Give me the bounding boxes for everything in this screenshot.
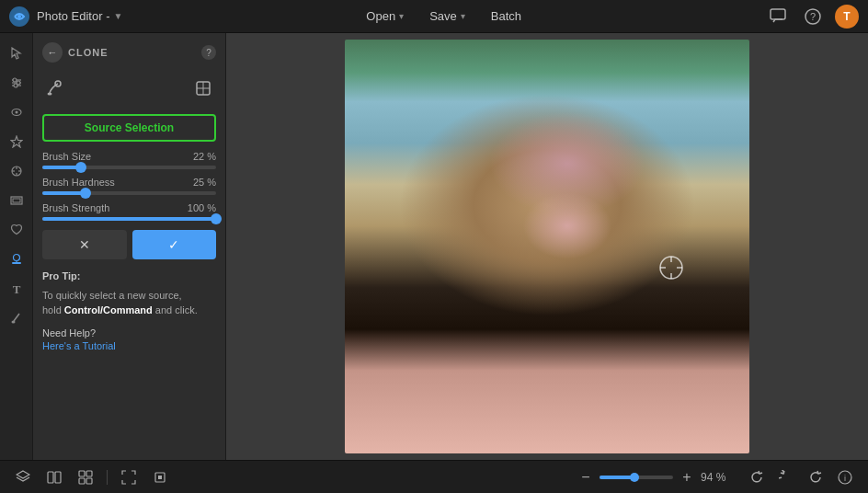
save-button[interactable]: Save ▾	[418, 6, 476, 27]
eye-tool-button[interactable]	[4, 99, 29, 125]
pro-tip-section: Pro Tip: To quickly select a new source,…	[42, 269, 216, 318]
brush-size-track[interactable]	[42, 166, 216, 169]
canvas-area[interactable]	[226, 33, 868, 460]
left-icon-bar: T	[0, 33, 33, 460]
brush-hardness-track[interactable]	[42, 191, 216, 195]
brush-strength-track[interactable]	[42, 217, 216, 221]
zoom-plus-icon: +	[682, 469, 691, 486]
grid-icon	[78, 470, 93, 485]
app-title: Photo Editor - ▼	[37, 9, 122, 23]
app-title-text: Photo Editor -	[37, 9, 110, 23]
panel-help-button[interactable]: ?	[201, 45, 216, 60]
brush-strength-fill	[42, 217, 216, 221]
tutorial-link[interactable]: Here's a Tutorial	[42, 340, 116, 351]
layers-button[interactable]	[11, 465, 35, 489]
svg-point-11	[14, 84, 17, 87]
pro-tip-text-3: and click.	[153, 304, 198, 315]
brush-size-thumb[interactable]	[75, 162, 86, 173]
brush-hardness-fill	[42, 191, 86, 195]
pro-tip-title: Pro Tip:	[42, 269, 216, 284]
undo-button[interactable]	[774, 465, 798, 489]
pro-tip-text: To quickly select a new source, hold Con…	[42, 288, 216, 318]
svg-point-13	[15, 111, 17, 114]
brush-strength-thumb[interactable]	[211, 213, 222, 224]
brush-hardness-row: Brush Hardness 25 %	[42, 177, 216, 195]
heart-tool-button[interactable]	[4, 217, 29, 243]
brush-hardness-label: Brush Hardness	[42, 177, 115, 188]
confirm-button[interactable]: ✓	[132, 230, 217, 259]
clone-brush-tool[interactable]	[42, 75, 68, 101]
zoom-slider-thumb[interactable]	[630, 473, 639, 482]
compare-button[interactable]	[42, 465, 66, 489]
actual-size-icon	[153, 470, 167, 485]
photo-container	[345, 40, 749, 453]
text-tool-button[interactable]: T	[4, 276, 29, 302]
save-label: Save	[429, 9, 457, 23]
adjust-tool-button[interactable]	[4, 70, 29, 96]
batch-button[interactable]: Batch	[480, 6, 532, 27]
avatar[interactable]: T	[835, 5, 859, 29]
grid-button[interactable]	[74, 465, 97, 489]
bottombar: − + 94 %	[0, 460, 868, 493]
brush-hardness-thumb[interactable]	[80, 188, 91, 199]
brush-size-label: Brush Size	[42, 151, 91, 162]
svg-point-1	[17, 15, 21, 18]
topbar-center: Open ▾ Save ▾ Batch	[122, 6, 765, 27]
chat-icon	[770, 8, 786, 25]
panel-header: ← CLONE ?	[42, 42, 216, 63]
confirm-icon: ✓	[168, 237, 179, 252]
clone-panel: ← CLONE ?	[33, 33, 226, 460]
svg-rect-42	[86, 471, 92, 476]
pro-tip-text-1: To quickly select a new source,	[42, 290, 182, 301]
effects-tool-button[interactable]	[4, 158, 29, 184]
app-title-chevron[interactable]: ▼	[114, 11, 123, 21]
svg-rect-2	[771, 9, 785, 19]
layers-icon	[16, 470, 30, 485]
clone-source-tool[interactable]	[190, 75, 216, 101]
undo-icon	[779, 470, 794, 485]
heart-icon	[10, 224, 23, 236]
zoom-slider-track[interactable]	[600, 476, 673, 479]
panel-title: CLONE	[68, 47, 108, 58]
clone-source-icon	[195, 80, 211, 97]
cursor-tool-button[interactable]	[4, 40, 29, 66]
eye-icon	[10, 106, 23, 119]
svg-point-9	[13, 78, 17, 82]
open-button[interactable]: Open ▾	[355, 6, 415, 27]
brush-strength-label: Brush Strength	[42, 202, 109, 213]
chat-icon-button[interactable]	[765, 4, 791, 29]
redo-button[interactable]	[804, 465, 828, 489]
need-help-title: Need Help?	[42, 327, 216, 338]
main-area: T ← CLONE ?	[0, 33, 868, 460]
brush-size-row: Brush Size 22 %	[42, 151, 216, 169]
svg-marker-38	[17, 471, 29, 478]
help-icon: ?	[805, 8, 821, 25]
sliders-section: Brush Size 22 % Brush Hardness 25 %	[42, 151, 216, 221]
brush-hardness-value: 25 %	[193, 177, 216, 188]
brush-tool-button[interactable]	[4, 305, 29, 331]
stamp-tool-button[interactable]	[4, 246, 29, 272]
brush-icon	[10, 312, 23, 325]
star-tool-button[interactable]	[4, 129, 29, 155]
info-button[interactable]: i	[833, 465, 857, 489]
frame-icon	[10, 194, 23, 207]
bottom-separator-1	[107, 470, 108, 485]
rotate-cw-button[interactable]	[745, 465, 769, 489]
actual-size-button[interactable]	[148, 465, 172, 489]
svg-rect-39	[48, 472, 53, 483]
svg-point-27	[11, 321, 15, 324]
cancel-button[interactable]: ✕	[42, 230, 127, 259]
panel-toolbar	[42, 72, 216, 105]
action-buttons: ✕ ✓	[42, 230, 216, 259]
zoom-in-button[interactable]: +	[677, 467, 697, 487]
svg-text:i: i	[844, 474, 846, 483]
svg-point-29	[48, 93, 52, 96]
zoom-out-button[interactable]: −	[576, 467, 596, 487]
svg-rect-40	[55, 472, 61, 483]
panel-back-button[interactable]: ←	[42, 42, 63, 63]
info-icon: i	[838, 470, 852, 485]
help-icon-button[interactable]: ?	[800, 4, 826, 29]
frame-tool-button[interactable]	[4, 188, 29, 213]
fit-button[interactable]	[117, 465, 141, 489]
source-selection-button[interactable]: Source Selection	[42, 114, 216, 142]
